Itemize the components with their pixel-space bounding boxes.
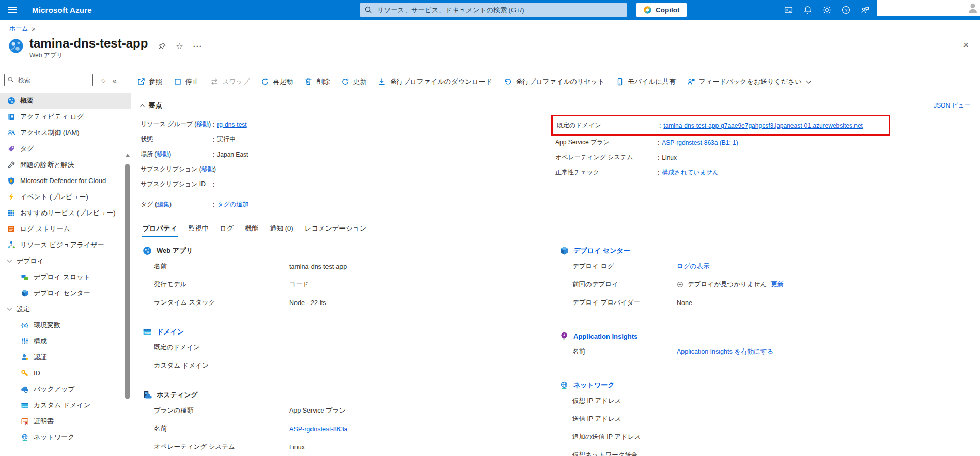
settings-icon[interactable] [822, 6, 831, 14]
sidebar-item[interactable]: WWWカスタム ドメイン [0, 397, 131, 413]
avatar[interactable] [967, 2, 979, 16]
property-label: 追加の送信 IP アドレス [572, 433, 677, 442]
sidebar-item[interactable]: イベント (プレビュー) [0, 189, 131, 205]
sidebar-item[interactable]: Microsoft Defender for Cloud [0, 173, 131, 189]
essentials-value: :構成されていません [658, 168, 719, 177]
essentials-title: 要点 [149, 101, 162, 110]
property-value-text[interactable]: Application Insights を有効にする [677, 347, 773, 356]
notifications-icon[interactable] [803, 6, 812, 14]
pin-toggle-icon[interactable]: ◇ [101, 77, 105, 84]
toolbar-button[interactable]: 停止 [174, 77, 199, 86]
sidebar-group[interactable]: 設定 [0, 301, 131, 317]
sidebar-item[interactable]: おすすめサービス (プレビュー) [0, 205, 131, 221]
essentials-label-link[interactable]: 移動 [201, 165, 214, 173]
property-label: 名前 [572, 347, 677, 356]
property-value-text[interactable]: ログの表示 [677, 262, 709, 271]
global-search[interactable] [360, 3, 627, 17]
section-header[interactable]: デプロイ センター [558, 246, 971, 255]
overview-content: 参照停止スワップ再起動削除更新発行プロファイルのダウンロード発行プロファイルのリ… [131, 67, 980, 456]
section-title[interactable]: ネットワーク [573, 381, 615, 390]
tab-active[interactable]: プロパティ [137, 219, 183, 237]
toolbar-button[interactable]: 発行プロファイルのリセット [504, 77, 604, 86]
sidebar-item[interactable]: 認証 [0, 349, 131, 365]
toolbar-button-label: 発行プロファイルのリセット [516, 77, 604, 86]
section-title[interactable]: ドメイン [157, 327, 184, 337]
toolbar-button[interactable]: 削除 [304, 77, 330, 86]
section-title[interactable]: デプロイ センター [573, 246, 630, 255]
toolbar-button[interactable]: 再起動 [261, 77, 293, 86]
essentials-value: :タグの追加 [213, 200, 248, 209]
toolbar-button[interactable]: 発行プロファイルのダウンロード [378, 77, 492, 86]
tags-icon [7, 145, 15, 153]
sidebar-item[interactable]: 構成 [0, 333, 131, 349]
pin-icon[interactable] [158, 42, 166, 50]
tab-item[interactable]: 通知 (0) [264, 219, 299, 237]
sidebar-item[interactable]: デプロイ スロット [0, 269, 131, 285]
toolbar-button: スワップ [210, 77, 250, 86]
close-icon[interactable]: × [960, 39, 972, 50]
property-row: 名前ASP-rgdnstest-863a [137, 420, 558, 438]
chevron-up-icon[interactable] [140, 104, 145, 109]
essentials-label-link[interactable]: 移動 [196, 120, 209, 128]
sidebar-item[interactable]: ログ ストリーム [0, 221, 131, 237]
favorite-star-icon[interactable]: ☆ [176, 41, 183, 51]
section-header[interactable]: Application Insights [558, 331, 971, 341]
sidebar-item-label: イベント (プレビュー) [20, 192, 88, 202]
tab-item[interactable]: レコメンデーション [299, 219, 372, 237]
essentials-value-text[interactable]: 構成されていません [662, 168, 719, 177]
essentials-label-link[interactable]: 移動 [157, 150, 169, 158]
more-options-icon[interactable]: ··· [193, 42, 203, 51]
toolbar-button[interactable]: 参照 [137, 77, 162, 86]
tab-item[interactable]: ログ [214, 219, 240, 237]
sidebar-item-label: タグ [20, 144, 34, 154]
sidebar-item[interactable]: アクセス制御 (IAM) [0, 125, 131, 141]
toolbar-button[interactable]: フィードバックをお送りください [687, 77, 811, 86]
sidebar-item[interactable]: 証明書 [0, 413, 131, 429]
help-icon[interactable]: ? [842, 6, 850, 14]
essentials-label-link[interactable]: 編集 [157, 201, 169, 208]
global-search-input[interactable] [376, 6, 623, 14]
account-info-box[interactable] [877, 0, 980, 16]
feedback-icon[interactable] [861, 6, 869, 14]
sidebar-item[interactable]: 概要 [0, 93, 131, 109]
essentials-value-text[interactable]: rg-dns-test [217, 121, 246, 128]
sidebar-item-label: Microsoft Defender for Cloud [20, 177, 106, 185]
section-header[interactable]: WWWドメイン [137, 327, 558, 337]
sidebar-item[interactable]: ID [0, 365, 131, 381]
collapse-sidebar-icon[interactable]: « [112, 76, 116, 85]
sidebar-item[interactable]: タグ [0, 141, 131, 157]
toolbar-button[interactable]: 更新 [341, 77, 366, 86]
sidebar-item[interactable]: ネットワーク [0, 429, 131, 445]
sidebar-search-input[interactable] [4, 74, 93, 86]
browse-icon [137, 78, 145, 86]
breadcrumb-home-link[interactable]: ホーム [9, 24, 28, 33]
sidebar-item[interactable]: バックアップ [0, 381, 131, 397]
tab-item[interactable]: 機能 [239, 219, 264, 237]
essentials-value-text[interactable]: ASP-rgdnstest-863a (B1: 1) [662, 139, 738, 146]
hamburger-menu-icon[interactable] [0, 0, 25, 20]
property-value-action-link[interactable]: 更新 [771, 280, 784, 289]
sidebar-group[interactable]: デプロイ [0, 253, 131, 269]
property-row: 発行モデルコード [137, 276, 558, 294]
sidebar-item[interactable]: アクティビティ ログ [0, 109, 131, 125]
sidebar-item-label: リソース ビジュアライザー [20, 240, 104, 250]
sidebar-item[interactable]: 問題の診断と解決 [0, 157, 131, 173]
toolbar-button[interactable]: モバイルに共有 [616, 77, 676, 86]
section-header[interactable]: ネットワーク [558, 381, 971, 390]
tab-item[interactable]: 監視中 [183, 219, 214, 237]
property-value: Application Insights を有効にする [677, 347, 773, 356]
essentials-value-text[interactable]: タグの追加 [217, 200, 248, 209]
copilot-button[interactable]: Copilot [636, 3, 687, 17]
property-value-text[interactable]: ASP-rgdnstest-863a [289, 425, 348, 433]
section-title[interactable]: Application Insights [573, 332, 637, 340]
sidebar-item[interactable]: {x}環境変数 [0, 317, 131, 333]
certificates-icon [21, 417, 29, 425]
essentials-value-text[interactable]: tamina-dns-test-app-g7aae9e7gahgcsf3.jap… [663, 122, 863, 129]
json-view-link[interactable]: JSON ビュー [934, 101, 971, 110]
sidebar-item[interactable]: リソース ビジュアライザー [0, 237, 131, 253]
property-row: 追加の送信 IP アドレス [558, 428, 971, 446]
topbar-icons: ? [784, 0, 869, 20]
sidebar-scrollbar[interactable] [125, 154, 130, 456]
sidebar-item[interactable]: デプロイ センター [0, 285, 131, 301]
cloud-shell-icon[interactable] [784, 6, 793, 14]
